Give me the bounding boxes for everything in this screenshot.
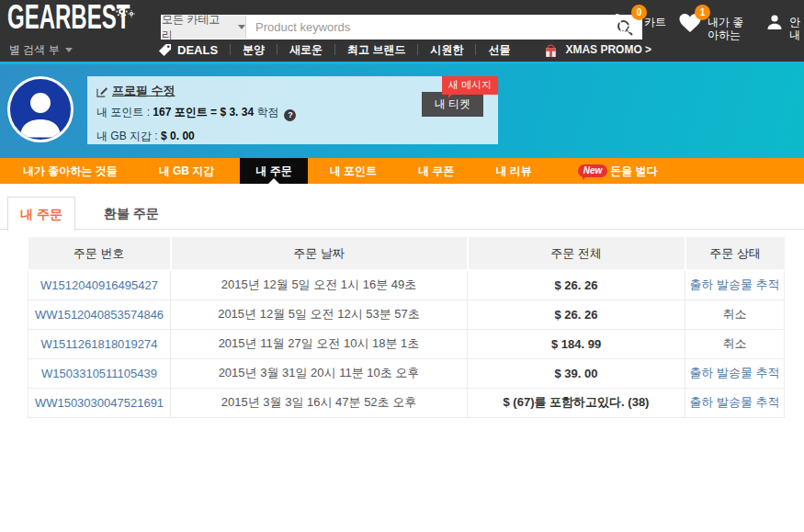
person-icon	[765, 13, 784, 31]
table-row: W1511261818019274 2015년 11월 27일 오전 10시 1…	[28, 329, 785, 358]
order-number-link[interactable]: WW1503030047521691	[28, 388, 171, 417]
order-date: 2015년 12월 5일 오전 12시 53분 57초	[171, 300, 468, 329]
acct-nav-wallet[interactable]: 내 GB 지갑	[159, 158, 215, 184]
header-actions: 0 카트 1 내가 좋아하는 안내	[615, 10, 804, 41]
table-header-row: 주문 번호 주문 날짜 주문 전체 주문 상태	[28, 237, 785, 270]
nav-item-top-brands[interactable]: 최고 브랜드	[347, 42, 405, 58]
cart-icon-wrap: 0	[615, 13, 639, 37]
col-header-order-date: 주문 날짜	[171, 237, 468, 270]
person-icon-wrap	[765, 13, 784, 35]
departments-menu[interactable]: 별 검색 부	[9, 42, 73, 58]
account-label: 안내	[789, 16, 802, 41]
order-status-text: 취소	[685, 300, 785, 329]
order-number-link[interactable]: W1511261818019274	[28, 329, 171, 358]
nav-divider	[475, 44, 476, 55]
order-status-track-link[interactable]: 출하 발송물 추적	[685, 388, 785, 417]
tag-icon	[158, 43, 172, 57]
table-row: WW1503030047521691 2015년 3월 3일 16시 47분 5…	[28, 388, 785, 417]
tab-my-orders[interactable]: 내 주문	[7, 197, 75, 231]
new-badge: New	[578, 164, 608, 177]
main-nav: DEALS 분양 새로운 최고 브랜드 시원한 선물 XMAS PROMO >	[158, 40, 651, 59]
table-row: W1503310511105439 2015년 3월 31일 20시 11분 1…	[28, 358, 785, 388]
order-status-text: 취소	[685, 329, 785, 358]
wallet-line: 내 GB 지갑 : $ 0. 00	[96, 129, 195, 144]
category-selected: 모든 카테고리	[162, 12, 231, 43]
favorites-count-badge: 1	[695, 5, 710, 20]
account-nav: 내가 좋아하는 것들 내 GB 지갑 내 주문 내 포인트 내 쿠폰 내 리뷰 …	[0, 158, 804, 184]
nav-deals-label: DEALS	[177, 43, 218, 57]
nav-xmas-promo[interactable]: XMAS PROMO >	[543, 42, 651, 58]
nav-item-new[interactable]: 새로운	[289, 42, 323, 58]
acct-nav-earn-money[interactable]: New 돈을 벌다	[578, 158, 658, 184]
top-header: GEARBEST 별 검색 부 모든 카테고리	[0, 0, 804, 62]
search-input[interactable]	[246, 16, 608, 39]
nav-item-gifts[interactable]: 선물	[488, 42, 510, 58]
nav-divider	[277, 44, 277, 55]
favorites-button[interactable]: 1 내가 좋아하는	[678, 10, 753, 41]
order-total: $ 184. 99	[468, 329, 685, 358]
points-value: 167 포인트 = $ 3. 34	[153, 106, 254, 119]
points-label: 내 포인트 :	[96, 106, 150, 119]
search-bar: 모든 카테고리	[161, 15, 642, 40]
gift-bag-icon	[543, 42, 559, 58]
nav-xmas-promo-label: XMAS PROMO >	[565, 43, 651, 56]
help-icon[interactable]: ?	[284, 109, 296, 121]
table-row: WW1512040853574846 2015년 12월 5일 오전 12시 5…	[28, 300, 785, 329]
orders-table: 주문 번호 주문 날짜 주문 전체 주문 상태 W151204091649542…	[28, 237, 785, 418]
gearbest-logo[interactable]: GEARBEST	[7, 0, 130, 36]
acct-nav-points[interactable]: 내 포인트	[330, 158, 377, 184]
logo-gear-icons	[116, 6, 135, 17]
acct-nav-favorites[interactable]: 내가 좋아하는 것들	[23, 158, 118, 184]
nav-deals[interactable]: DEALS	[158, 43, 218, 57]
cart-count-badge: 0	[631, 5, 647, 20]
acct-nav-coupons[interactable]: 내 쿠폰	[418, 158, 454, 184]
heart-icon-wrap: 1	[678, 13, 702, 37]
chevron-down-icon	[238, 25, 245, 29]
gear-icon	[116, 6, 128, 17]
account-button[interactable]: 안내	[765, 10, 802, 41]
order-number-link[interactable]: W1512040916495427	[28, 270, 171, 300]
edit-profile-link[interactable]: 프로필 수정	[96, 83, 176, 99]
table-row: W1512040916495427 2015년 12월 5일 오전 1시 16분…	[28, 270, 785, 300]
acct-nav-my-orders[interactable]: 내 주문	[240, 158, 307, 184]
nav-divider	[417, 44, 418, 55]
profile-band: 프로필 수정 내 포인트 : 167 포인트 = $ 3. 34 학점? 내 G…	[0, 64, 804, 158]
points-line: 내 포인트 : 167 포인트 = $ 3. 34 학점?	[96, 105, 296, 121]
edit-pencil-icon	[96, 85, 108, 97]
favorites-label: 내가 좋아하는	[708, 16, 753, 41]
cart-button[interactable]: 0 카트	[615, 10, 666, 37]
gear-icon-small	[128, 10, 135, 17]
category-dropdown[interactable]: 모든 카테고리	[162, 16, 246, 39]
order-date: 2015년 3월 31일 20시 11분 10초 오후	[171, 358, 468, 388]
order-date: 2015년 12월 5일 오전 1시 16분 49초	[171, 270, 468, 300]
edit-profile-label: 프로필 수정	[112, 83, 176, 99]
col-header-order-number: 주문 번호	[28, 237, 171, 270]
nav-item-cool[interactable]: 시원한	[430, 42, 463, 58]
order-number-link[interactable]: WW1512040853574846	[28, 300, 171, 329]
col-header-order-total: 주문 전체	[468, 237, 685, 270]
points-suffix: 학점	[256, 106, 278, 119]
order-total: $ 26. 26	[468, 300, 685, 329]
tab-refund-orders[interactable]: 환불 주문	[92, 197, 171, 231]
order-number-link[interactable]: W1503310511105439	[28, 358, 171, 388]
cart-label: 카트	[644, 10, 666, 34]
departments-label: 별 검색 부	[9, 42, 60, 58]
avatar[interactable]	[7, 76, 74, 142]
order-total: $ 39. 00	[468, 358, 685, 388]
nav-divider	[334, 44, 335, 55]
order-status-track-link[interactable]: 출하 발송물 추적	[685, 358, 785, 388]
order-status-track-link[interactable]: 출하 발송물 추적	[685, 270, 785, 300]
nav-divider	[230, 44, 231, 55]
nav-item-categories[interactable]: 분양	[243, 42, 265, 58]
order-total: $ (67)를 포함하고있다. (38)	[468, 388, 685, 417]
order-date: 2015년 11월 27일 오전 10시 18분 1초	[171, 329, 468, 358]
wallet-label: 내 GB 지갑 :	[96, 130, 158, 142]
profile-panel: 프로필 수정 내 포인트 : 167 포인트 = $ 3. 34 학점? 내 G…	[87, 76, 498, 144]
earn-money-label: 돈을 벌다	[610, 158, 657, 184]
acct-nav-reviews[interactable]: 내 리뷰	[495, 158, 531, 184]
chevron-down-icon	[65, 48, 73, 52]
new-message-badge: 새 메시지	[442, 76, 498, 95]
order-total: $ 26. 26	[468, 270, 685, 300]
col-header-order-status: 주문 상태	[685, 237, 785, 270]
avatar-silhouette-icon	[12, 83, 69, 140]
